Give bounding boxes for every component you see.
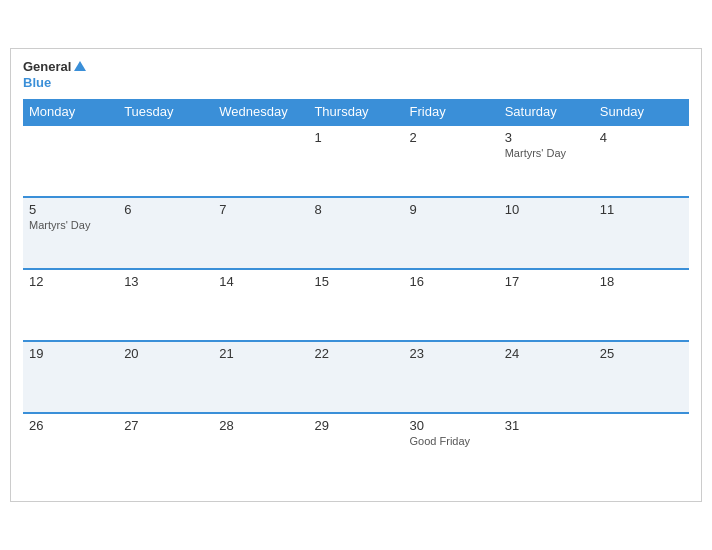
- day-number: 15: [314, 274, 397, 289]
- weekday-header-tuesday: Tuesday: [118, 99, 213, 125]
- day-number: 31: [505, 418, 588, 433]
- calendar-cell: 4: [594, 125, 689, 197]
- calendar-cell: 10: [499, 197, 594, 269]
- calendar-cell: 21: [213, 341, 308, 413]
- calendar-cell: 31: [499, 413, 594, 485]
- day-number: 25: [600, 346, 683, 361]
- weekday-header-thursday: Thursday: [308, 99, 403, 125]
- calendar-cell: 24: [499, 341, 594, 413]
- day-number: 5: [29, 202, 112, 217]
- day-number: 13: [124, 274, 207, 289]
- calendar-cell: 25: [594, 341, 689, 413]
- calendar-cell: 23: [404, 341, 499, 413]
- day-number: 14: [219, 274, 302, 289]
- holiday-label: Martyrs' Day: [29, 219, 112, 231]
- day-number: 2: [410, 130, 493, 145]
- calendar-cell: 12: [23, 269, 118, 341]
- day-number: 27: [124, 418, 207, 433]
- calendar-cell: 2: [404, 125, 499, 197]
- day-number: 18: [600, 274, 683, 289]
- day-number: 9: [410, 202, 493, 217]
- calendar-cell: 26: [23, 413, 118, 485]
- calendar-cell: 1: [308, 125, 403, 197]
- calendar-cell: 27: [118, 413, 213, 485]
- week-row-0: 123Martyrs' Day4: [23, 125, 689, 197]
- calendar-cell: 22: [308, 341, 403, 413]
- calendar-table: MondayTuesdayWednesdayThursdayFridaySatu…: [23, 99, 689, 485]
- day-number: 22: [314, 346, 397, 361]
- day-number: 26: [29, 418, 112, 433]
- day-number: 7: [219, 202, 302, 217]
- day-number: 8: [314, 202, 397, 217]
- holiday-label: Good Friday: [410, 435, 493, 447]
- day-number: 28: [219, 418, 302, 433]
- day-number: 4: [600, 130, 683, 145]
- calendar-cell: 3Martyrs' Day: [499, 125, 594, 197]
- day-number: 1: [314, 130, 397, 145]
- day-number: 12: [29, 274, 112, 289]
- day-number: 16: [410, 274, 493, 289]
- weekday-header-monday: Monday: [23, 99, 118, 125]
- day-number: 11: [600, 202, 683, 217]
- calendar-cell: 28: [213, 413, 308, 485]
- day-number: 19: [29, 346, 112, 361]
- calendar-cell: 30Good Friday: [404, 413, 499, 485]
- calendar-cell: 18: [594, 269, 689, 341]
- calendar-cell: 15: [308, 269, 403, 341]
- week-row-2: 12131415161718: [23, 269, 689, 341]
- day-number: 21: [219, 346, 302, 361]
- calendar-cell: 20: [118, 341, 213, 413]
- calendar-cell: [594, 413, 689, 485]
- logo-blue-text: Blue: [23, 75, 86, 91]
- calendar-cell: 11: [594, 197, 689, 269]
- weekday-header-sunday: Sunday: [594, 99, 689, 125]
- holiday-label: Martyrs' Day: [505, 147, 588, 159]
- calendar-cell: [118, 125, 213, 197]
- day-number: 24: [505, 346, 588, 361]
- calendar-cell: 13: [118, 269, 213, 341]
- logo-triangle-icon: [74, 61, 86, 71]
- calendar-cell: 16: [404, 269, 499, 341]
- calendar-cell: [23, 125, 118, 197]
- calendar-wrapper: General Blue MondayTuesdayWednesdayThurs…: [10, 48, 702, 501]
- week-row-3: 19202122232425: [23, 341, 689, 413]
- logo-general-text: General: [23, 59, 71, 75]
- calendar-cell: 19: [23, 341, 118, 413]
- logo: General Blue: [23, 59, 86, 90]
- day-number: 6: [124, 202, 207, 217]
- calendar-cell: 9: [404, 197, 499, 269]
- day-number: 30: [410, 418, 493, 433]
- calendar-cell: 7: [213, 197, 308, 269]
- weekday-header-saturday: Saturday: [499, 99, 594, 125]
- calendar-cell: 8: [308, 197, 403, 269]
- weekday-header-wednesday: Wednesday: [213, 99, 308, 125]
- day-number: 10: [505, 202, 588, 217]
- day-number: 20: [124, 346, 207, 361]
- calendar-cell: 14: [213, 269, 308, 341]
- weekday-header-row: MondayTuesdayWednesdayThursdayFridaySatu…: [23, 99, 689, 125]
- calendar-cell: 17: [499, 269, 594, 341]
- calendar-cell: 6: [118, 197, 213, 269]
- day-number: 29: [314, 418, 397, 433]
- calendar-cell: 29: [308, 413, 403, 485]
- week-row-4: 2627282930Good Friday31: [23, 413, 689, 485]
- calendar-cell: [213, 125, 308, 197]
- weekday-header-friday: Friday: [404, 99, 499, 125]
- day-number: 23: [410, 346, 493, 361]
- calendar-header: General Blue: [23, 59, 689, 90]
- calendar-cell: 5Martyrs' Day: [23, 197, 118, 269]
- week-row-1: 5Martyrs' Day67891011: [23, 197, 689, 269]
- day-number: 17: [505, 274, 588, 289]
- day-number: 3: [505, 130, 588, 145]
